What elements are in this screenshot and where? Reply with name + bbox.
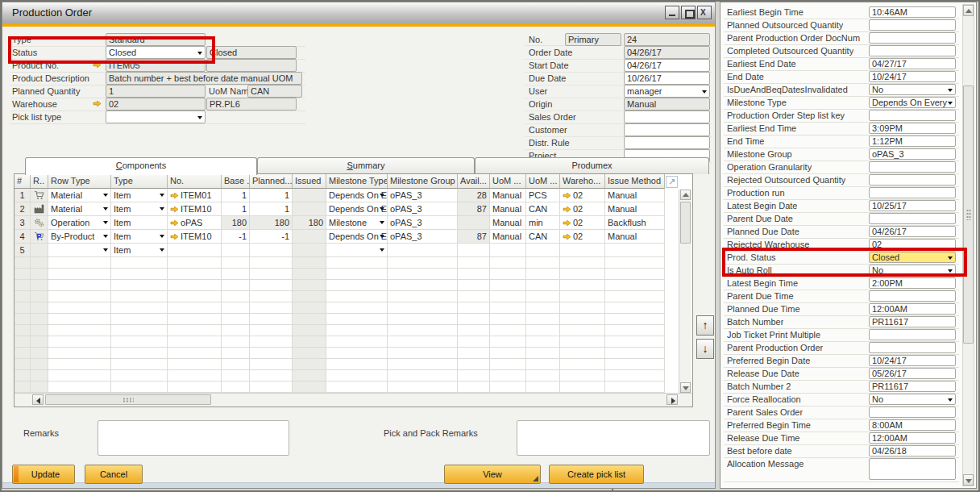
- parent-sales-order-field[interactable]: [869, 407, 956, 418]
- cell-milestone-group[interactable]: oPAS_3: [388, 230, 458, 244]
- cell-base[interactable]: [222, 244, 250, 257]
- link-arrow-icon[interactable]: [563, 233, 571, 240]
- milestone-type-dropdown[interactable]: Depends On Every: [869, 97, 956, 108]
- cell-uom-issue[interactable]: Manual: [490, 216, 526, 230]
- move-row-up-button[interactable]: [696, 315, 714, 336]
- start-date-field[interactable]: 04/26/17: [624, 59, 710, 72]
- customer-field[interactable]: [624, 123, 710, 136]
- milestone-group-field[interactable]: oPAS_3: [869, 148, 956, 160]
- cell-issue-method[interactable]: Manual: [605, 202, 665, 216]
- production-order-step-list-key-field[interactable]: [869, 110, 956, 121]
- column-header-uom[interactable]: UoM ...: [526, 174, 560, 189]
- batch-number-2-field[interactable]: PR11617: [869, 381, 956, 392]
- cell-issue-method[interactable]: [605, 244, 665, 257]
- cell-type[interactable]: Item: [111, 202, 168, 216]
- rejected-warehouse-field[interactable]: 02: [869, 239, 956, 250]
- release-due-time-field[interactable]: 12:00AM: [869, 432, 956, 444]
- cell-row-type[interactable]: Material: [48, 202, 111, 216]
- cell-uom-code[interactable]: min: [526, 216, 560, 230]
- cell-uom-code[interactable]: [526, 244, 560, 257]
- production-run-field[interactable]: [869, 187, 956, 198]
- column-header-issued[interactable]: Issued: [293, 174, 326, 189]
- cell-type[interactable]: Item: [111, 189, 168, 202]
- earliest-end-time-field[interactable]: 3:09PM: [869, 123, 956, 134]
- panel-scrollbar[interactable]: [962, 4, 974, 486]
- column-header-wareho[interactable]: Wareho...: [560, 174, 605, 189]
- column-header-base[interactable]: Base ...: [222, 174, 250, 189]
- column-header-planned[interactable]: Planned...: [250, 174, 293, 189]
- scroll-down-button[interactable]: [680, 382, 691, 393]
- cell-milestone-group[interactable]: [388, 244, 458, 257]
- cell-milestone-type[interactable]: [326, 244, 388, 257]
- batch-number-field[interactable]: PR11617: [869, 316, 956, 327]
- update-button[interactable]: Update: [12, 465, 75, 484]
- link-arrow-icon[interactable]: [170, 206, 179, 213]
- isdueandbeqdatesinvalidated-dropdown[interactable]: No: [869, 84, 956, 95]
- allocation-message-field[interactable]: [869, 458, 956, 480]
- scrollbar-thumb[interactable]: [45, 394, 211, 405]
- grid-horizontal-scrollbar[interactable]: [15, 393, 692, 407]
- cell-milestone-type[interactable]: Depends On E: [326, 189, 388, 202]
- latest-begin-time-field[interactable]: 2:00PM: [869, 277, 956, 289]
- grid-vertical-scrollbar[interactable]: [679, 190, 691, 393]
- scrollbar-thumb[interactable]: [963, 85, 974, 344]
- parent-due-date-field[interactable]: [869, 213, 956, 224]
- tab-summary[interactable]: Summary: [257, 157, 475, 174]
- planned-due-date-field[interactable]: 04/26/17: [869, 226, 956, 237]
- cell-base[interactable]: 180: [222, 216, 250, 230]
- cell-planned[interactable]: 1: [250, 189, 293, 202]
- cell-uom-issue[interactable]: Manual: [490, 189, 526, 202]
- cell-row-type[interactable]: Operation: [48, 216, 111, 230]
- cell-milestone-type[interactable]: Depends On E: [326, 202, 388, 216]
- cell-type[interactable]: Item: [111, 230, 168, 244]
- cell-uom-code[interactable]: CAN: [526, 202, 560, 216]
- cell-base[interactable]: 1: [222, 189, 250, 202]
- cell-avail[interactable]: [458, 244, 490, 257]
- scroll-up-button[interactable]: [680, 190, 691, 200]
- pick-list-type-dropdown[interactable]: [106, 110, 206, 123]
- cell-avail[interactable]: 28: [458, 189, 490, 202]
- cell-issue-method[interactable]: Backflush: [605, 216, 665, 230]
- column-header-blank[interactable]: #: [15, 174, 31, 189]
- warehouse-field[interactable]: 02: [106, 98, 206, 110]
- latest-begin-date-field[interactable]: 10/25/17: [869, 200, 956, 211]
- preferred-begin-time-field[interactable]: 8:00AM: [869, 419, 956, 431]
- cell-planned[interactable]: [250, 244, 293, 257]
- planned-outsourced-quantity-field[interactable]: [869, 19, 956, 31]
- column-header-no[interactable]: No.: [168, 174, 222, 189]
- link-arrow-icon[interactable]: [563, 206, 571, 213]
- link-arrow-icon[interactable]: [93, 61, 102, 69]
- distr-rule-field[interactable]: [624, 136, 710, 149]
- cell-avail[interactable]: [458, 216, 490, 230]
- link-arrow-icon[interactable]: [170, 219, 179, 227]
- cell-planned[interactable]: 180: [250, 216, 293, 230]
- planned-due-time-field[interactable]: 12:00AM: [869, 303, 956, 315]
- cell-no[interactable]: ITEM10: [168, 230, 222, 244]
- remarks-textarea[interactable]: [98, 420, 289, 456]
- cell-issue-method[interactable]: Manual: [605, 189, 665, 202]
- cell-uom-issue[interactable]: Manual: [490, 230, 526, 244]
- cell-base[interactable]: -1: [222, 230, 250, 244]
- cell-type[interactable]: Item: [111, 244, 168, 257]
- release-due-date-field[interactable]: 05/26/17: [869, 368, 956, 379]
- cell-no[interactable]: oPAS: [168, 216, 222, 230]
- cell-milestone-type[interactable]: Milestone: [326, 216, 388, 230]
- cell-no[interactable]: ITEM10: [168, 202, 222, 216]
- pick-pack-remarks-textarea[interactable]: [517, 420, 710, 456]
- scroll-left-button[interactable]: [32, 394, 44, 405]
- link-arrow-icon[interactable]: [563, 219, 571, 227]
- cell-milestone-type[interactable]: Depends On E: [326, 230, 388, 244]
- maximize-button[interactable]: [681, 6, 696, 19]
- cell-milestone-group[interactable]: oPAS_3: [388, 189, 458, 202]
- preferred-begin-date-field[interactable]: 10/24/17: [869, 355, 956, 366]
- scroll-up-button[interactable]: [963, 5, 974, 16]
- cell-no[interactable]: ITEM01: [168, 189, 222, 202]
- scrollbar-thumb[interactable]: [680, 202, 691, 244]
- cell-warehouse[interactable]: 02: [560, 216, 605, 230]
- tab-components[interactable]: Components: [25, 157, 257, 175]
- parent-production-order-docnum-field[interactable]: [869, 32, 956, 44]
- cell-avail[interactable]: 87: [458, 202, 490, 216]
- cell-type[interactable]: Item: [111, 216, 168, 230]
- column-header-milestone-type[interactable]: Milestone Type: [326, 174, 388, 189]
- operation-granularity-field[interactable]: [869, 161, 956, 173]
